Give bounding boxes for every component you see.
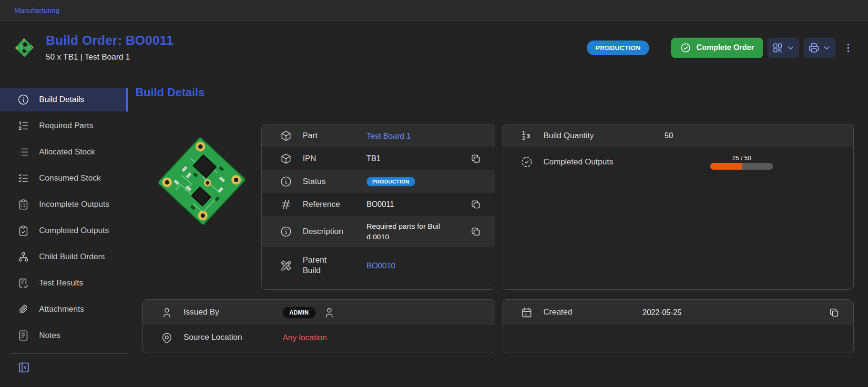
row-label: Created (543, 307, 643, 317)
complete-order-label: Complete Order (696, 43, 754, 52)
table-row-completed-outputs: Completed Outputs 25 / 50 (502, 147, 853, 177)
table-row-ipn: IPN TB1 (262, 147, 495, 170)
description-value: Required parts for Buil d 0010 (367, 221, 470, 243)
breadcrumb-link-manufacturing[interactable]: Manufacturing (14, 6, 60, 14)
sidebar-item-test-results[interactable]: Test Results (0, 271, 128, 295)
sidebar-item-allocated-stock[interactable]: Allocated Stock (0, 140, 128, 164)
sidebar: Build Details Required Parts Allocated S… (0, 74, 128, 387)
table-row-source-location: Source Location Any location (143, 325, 495, 350)
qr-actions-button[interactable] (767, 38, 799, 58)
details-left-cell: Part Test Board 1 IPN TB1 Status PRODUCT… (135, 124, 495, 290)
list-numbers-icon (17, 120, 30, 132)
svg-text:1: 1 (522, 131, 525, 136)
sidebar-collapse-button[interactable] (17, 361, 31, 374)
copy-icon (828, 307, 840, 318)
tools-icon (280, 259, 292, 272)
paperclip-icon (17, 303, 30, 316)
user-icon (323, 306, 336, 319)
complete-order-button[interactable]: Complete Order (671, 38, 763, 58)
status-badge: PRODUCTION (587, 41, 649, 55)
printer-icon (808, 42, 820, 54)
print-actions-button[interactable] (804, 38, 836, 58)
progress-check-icon (521, 156, 533, 168)
part-image[interactable] (146, 126, 257, 236)
copy-button[interactable] (470, 199, 482, 210)
circle-check-icon (680, 42, 691, 53)
row-label: Reference (303, 199, 367, 210)
issued-by-value: ADMIN (283, 306, 482, 319)
part-link[interactable]: Test Board 1 (367, 132, 411, 140)
source-location-value: Any location (283, 333, 482, 343)
table-row-parent-build: Parent Build BO0010 (262, 247, 495, 284)
created-card: Created 2022-05-25 (502, 299, 854, 353)
status-badge: PRODUCTION (367, 177, 415, 186)
box-icon (280, 130, 292, 142)
sidebar-item-notes[interactable]: Notes (0, 324, 128, 347)
row-label: Source Location (184, 332, 283, 343)
sidebar-item-label: Build Details (39, 95, 84, 104)
qrcode-icon (772, 42, 784, 54)
sidebar-item-label: Child Build Orders (39, 252, 105, 262)
dots-vertical-icon (842, 42, 854, 54)
page-subtitle: 50 x TB1 | Test Board 1 (46, 52, 174, 62)
table-row-issued-by: Issued By ADMIN (143, 300, 495, 325)
copy-button[interactable] (470, 226, 482, 237)
clipboard-check-icon (17, 224, 30, 237)
sidebar-item-build-details[interactable]: Build Details (0, 88, 128, 112)
table-row-build-quantity: 123 Build Quantity 50 (502, 124, 853, 147)
ipn-value: TB1 (367, 154, 470, 163)
clipboard-list-icon (17, 198, 30, 211)
copy-button[interactable] (828, 307, 841, 318)
sidebar-item-child-build-orders[interactable]: Child Build Orders (0, 245, 128, 269)
build-details-card: Part Test Board 1 IPN TB1 Status PRODUCT… (261, 124, 495, 290)
sidebar-item-attachments[interactable]: Attachments (0, 297, 128, 321)
issued-card: Issued By ADMIN Source Location Any loca… (142, 299, 495, 353)
header-actions: PRODUCTION Complete Order (587, 38, 856, 58)
calendar-icon (521, 306, 533, 319)
info-circle-icon (280, 175, 292, 188)
checklist-icon (17, 277, 30, 289)
list-check-icon (17, 172, 30, 184)
sidebar-item-completed-outputs[interactable]: Completed Outputs (0, 219, 128, 243)
created-value: 2022-05-25 (643, 308, 828, 317)
hierarchy-icon (17, 251, 30, 263)
sidebar-item-label: Notes (39, 331, 60, 340)
sidebar-item-label: Required Parts (39, 121, 93, 131)
user-icon (161, 306, 173, 319)
map-pin-icon (161, 332, 173, 344)
sidebar-item-label: Test Results (39, 278, 83, 288)
table-row-reference: Reference BO0011 (262, 193, 495, 216)
sidebar-collapse-icon (17, 361, 31, 374)
sidebar-item-incomplete-outputs[interactable]: Incomplete Outputs (0, 193, 128, 216)
sidebar-item-required-parts[interactable]: Required Parts (0, 114, 128, 138)
part-image-wrap (142, 124, 261, 290)
part-thumbnail[interactable] (12, 36, 36, 60)
parent-build-link[interactable]: BO0010 (367, 261, 396, 270)
overflow-menu-button[interactable] (841, 41, 856, 55)
breadcrumb: Manufacturing (0, 0, 868, 21)
hash-icon (280, 198, 292, 211)
svg-text:3: 3 (526, 133, 530, 140)
details-grid: Part Test Board 1 IPN TB1 Status PRODUCT… (135, 124, 854, 353)
copy-button[interactable] (470, 153, 482, 164)
info-circle-icon (280, 225, 292, 238)
sidebar-item-consumed-stock[interactable]: Consumed Stock (0, 166, 128, 190)
sidebar-item-label: Allocated Stock (39, 147, 95, 157)
table-row-status: Status PRODUCTION (262, 170, 495, 193)
table-row-created: Created 2022-05-25 (502, 300, 853, 325)
copy-icon (470, 199, 481, 210)
sidebar-item-label: Incomplete Outputs (39, 200, 109, 209)
row-label: Description (303, 226, 367, 237)
notes-icon (17, 329, 30, 342)
build-quantity-value: 50 (643, 132, 841, 140)
row-label: Status (303, 176, 367, 187)
row-label: Issued By (184, 307, 283, 317)
progress-fill (710, 163, 742, 170)
copy-icon (470, 226, 481, 237)
chevron-down-icon (786, 43, 795, 52)
panel-heading: Build Details (135, 86, 854, 99)
quantities-card: 123 Build Quantity 50 Completed Outputs … (502, 124, 854, 290)
admin-badge: ADMIN (283, 307, 316, 318)
copy-icon (470, 153, 481, 164)
box-icon (280, 153, 292, 165)
